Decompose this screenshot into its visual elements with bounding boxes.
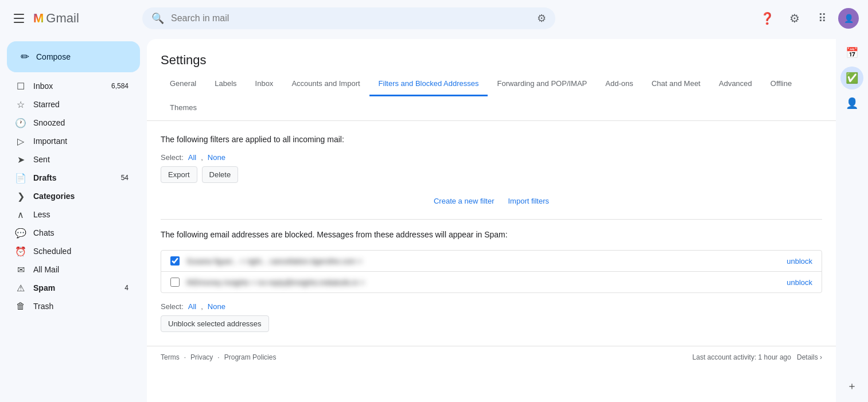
import-filters-link[interactable]: Import filters (508, 197, 549, 205)
sidebar-item-starred[interactable]: ☆ Starred (0, 95, 138, 114)
create-filter-link[interactable]: Create a new filter (434, 197, 495, 205)
search-bar[interactable]: 🔍 ⚙ (142, 7, 555, 29)
tab-inbox[interactable]: Inbox (246, 72, 283, 96)
sidebar-item-label: Trash (33, 302, 129, 311)
sidebar-item-label: All Mail (33, 265, 129, 274)
content-area: Settings General Labels Inbox Accounts a… (147, 39, 836, 402)
delete-button[interactable]: Delete (202, 166, 239, 183)
tab-labels[interactable]: Labels (205, 72, 246, 96)
privacy-link[interactable]: Privacy (190, 353, 213, 361)
tab-accounts[interactable]: Accounts and Import (282, 72, 369, 96)
right-sidebar: 📅 ✅ 👤 ＋ (836, 37, 868, 402)
avatar[interactable]: 👤 (838, 8, 859, 29)
sidebar-item-chats[interactable]: 💬 Chats (0, 224, 138, 242)
search-input[interactable] (171, 13, 530, 24)
sidebar-item-allmail[interactable]: ✉ All Mail (0, 260, 138, 279)
sidebar-item-drafts[interactable]: 📄 Drafts 54 (0, 169, 138, 187)
sidebar-item-categories[interactable]: ❯ Categories (0, 187, 138, 205)
topbar-right: ❓ ⚙ ⠿ 👤 (756, 7, 859, 30)
tab-themes[interactable]: Themes (161, 96, 206, 120)
settings-tabs: General Labels Inbox Accounts and Import… (147, 72, 836, 121)
program-policies-link[interactable]: Program Policies (224, 353, 277, 361)
unblock-link-1[interactable]: unblock (787, 257, 812, 266)
tab-chat[interactable]: Chat and Meet (643, 72, 710, 96)
footer: Terms · Privacy · Program Policies Last … (147, 346, 836, 368)
blocked-email-1: Susana figuer... < right... cancellation… (186, 257, 780, 266)
filters-none-link[interactable]: None (208, 153, 225, 162)
tasks-icon[interactable]: ✅ (840, 67, 863, 89)
blocked-item: Susana figuer... < right... cancellation… (161, 251, 822, 272)
filters-section-header: The following filters are applied to all… (161, 135, 822, 144)
blocked-none-link[interactable]: None (208, 302, 225, 311)
sidebar-item-label: Chats (33, 228, 129, 237)
sidebar-item-spam[interactable]: ⚠ Spam 4 (0, 279, 138, 297)
chats-icon: 💬 (15, 228, 26, 239)
sidebar-item-less[interactable]: ∧ Less (0, 205, 138, 224)
terms-link[interactable]: Terms (161, 353, 180, 361)
apps-icon[interactable]: ⠿ (811, 7, 834, 30)
sidebar-item-snoozed[interactable]: 🕐 Snoozed (0, 114, 138, 132)
help-icon[interactable]: ❓ (756, 7, 779, 30)
tab-general[interactable]: General (161, 72, 205, 96)
blocked-item-checkbox-1[interactable] (170, 256, 180, 266)
important-icon: ▷ (15, 136, 26, 147)
tab-filters[interactable]: Filters and Blocked Addresses (369, 72, 488, 96)
compose-icon: ✏ (21, 50, 29, 63)
search-icon: 🔍 (151, 12, 164, 25)
filters-select-label: Select: (161, 153, 184, 162)
add-icon[interactable]: ＋ (840, 374, 863, 397)
blocked-email-2: INDmoney insights < no-reply@insights.in… (186, 278, 780, 287)
inbox-icon: ☐ (15, 81, 26, 92)
logo: M Gmail (33, 11, 79, 26)
categories-icon: ❯ (15, 191, 26, 202)
calendar-icon[interactable]: 📅 (840, 41, 863, 64)
sidebar-item-label: Inbox (33, 81, 104, 91)
inbox-count: 6,584 (111, 82, 129, 90)
sidebar-item-label: Scheduled (33, 247, 129, 256)
compose-button[interactable]: ✏ Compose (7, 41, 140, 72)
spam-icon: ⚠ (15, 283, 26, 294)
sidebar-item-trash[interactable]: 🗑 Trash (0, 297, 138, 315)
topbar: M Gmail 🔍 ⚙ ❓ ⚙ ⠿ 👤 (0, 0, 868, 37)
export-button[interactable]: Export (161, 166, 197, 183)
blocked-all-link[interactable]: All (188, 302, 196, 311)
tune-icon[interactable]: ⚙ (537, 12, 546, 25)
menu-icon[interactable] (9, 9, 29, 28)
spam-count: 4 (124, 284, 129, 292)
filter-actions: Create a new filter Import filters (161, 197, 822, 205)
unblock-btn-row: Unblock selected addresses (161, 315, 822, 332)
footer-activity: Last account activity: 1 hour ago Detail… (692, 353, 822, 361)
sidebar-item-label: Snoozed (33, 118, 129, 127)
settings-content: The following filters are applied to all… (147, 121, 836, 346)
settings-title: Settings (147, 39, 836, 68)
sidebar-item-important[interactable]: ▷ Important (0, 132, 138, 150)
sidebar-item-sent[interactable]: ➤ Sent (0, 150, 138, 169)
contacts-icon[interactable]: 👤 (840, 92, 863, 115)
scheduled-icon: ⏰ (15, 246, 26, 257)
less-icon: ∧ (15, 209, 26, 220)
tab-advanced[interactable]: Advanced (710, 72, 761, 96)
section-divider (161, 219, 822, 220)
compose-label: Compose (36, 52, 71, 61)
filters-all-link[interactable]: All (188, 153, 196, 162)
settings-icon[interactable]: ⚙ (783, 7, 806, 30)
last-activity-text: Last account activity: 1 hour ago (692, 353, 791, 361)
blocked-select-row: Select: All , None (161, 302, 822, 311)
snoozed-icon: 🕐 (15, 118, 26, 128)
sidebar-item-label: Spam (33, 283, 118, 292)
topbar-left: M Gmail (9, 9, 135, 28)
blocked-item-checkbox-2[interactable] (170, 278, 180, 287)
blocked-item: INDmoney insights < no-reply@insights.in… (161, 272, 822, 292)
blocked-select-label: Select: (161, 302, 184, 311)
drafts-icon: 📄 (15, 173, 26, 184)
sidebar-item-inbox[interactable]: ☐ Inbox 6,584 (0, 77, 138, 95)
unblock-selected-button[interactable]: Unblock selected addresses (161, 315, 269, 332)
unblock-link-2[interactable]: unblock (787, 278, 812, 287)
tab-offline[interactable]: Offline (761, 72, 801, 96)
tab-forwarding[interactable]: Forwarding and POP/IMAP (488, 72, 596, 96)
filters-select-comma: , (201, 153, 203, 162)
trash-icon: 🗑 (15, 301, 26, 311)
tab-addons[interactable]: Add-ons (596, 72, 642, 96)
sidebar-item-scheduled[interactable]: ⏰ Scheduled (0, 242, 138, 260)
details-link[interactable]: Details (797, 353, 818, 361)
